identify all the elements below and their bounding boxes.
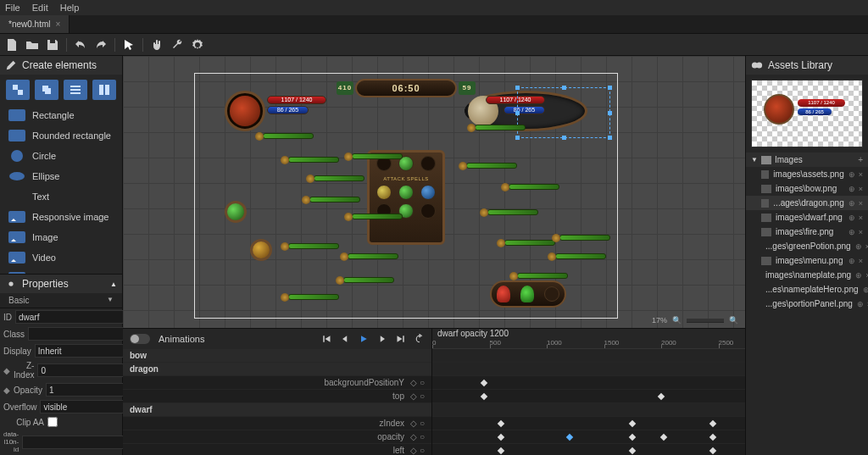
keyframe[interactable] [566, 434, 573, 441]
properties-header[interactable]: Properties ▲ [0, 275, 122, 293]
track-left[interactable]: left◇ ○ [123, 444, 431, 455]
element-text[interactable]: Text [0, 186, 122, 207]
prev-frame-icon[interactable] [340, 334, 350, 344]
delete-icon[interactable]: × [859, 170, 863, 179]
locate-icon[interactable]: ⊕ [857, 300, 864, 308]
delete-icon[interactable]: × [859, 228, 863, 236]
timeline-graph[interactable]: dwarf opacity 1200 050010001500200025003… [432, 329, 745, 455]
first-frame-icon[interactable] [321, 334, 331, 344]
prop-clip-checkbox[interactable] [47, 417, 58, 427]
mode-list[interactable] [64, 80, 87, 100]
locate-icon[interactable]: ⊕ [863, 286, 868, 294]
canvas[interactable]: 1107 / 1240 86 / 265 1107 / 1240 86 / 26… [123, 56, 745, 328]
asset-group-images[interactable]: ▼ Images + [746, 153, 868, 167]
timeline-ruler[interactable]: 050010001500200025003000350040004500 [432, 339, 745, 349]
keyframe[interactable] [498, 434, 504, 441]
keyframe[interactable] [481, 380, 487, 386]
keyframe[interactable] [709, 447, 716, 454]
locate-icon[interactable]: ⊕ [849, 185, 855, 193]
keyframe[interactable] [629, 447, 636, 454]
gear-icon[interactable] [191, 38, 204, 52]
track-dwarf[interactable]: dwarf [123, 403, 431, 417]
timeline-panel: Animations bowdragonbackgroundPositionY◇… [123, 328, 745, 455]
element-circle[interactable]: Circle [0, 146, 122, 166]
keyframe[interactable] [709, 420, 716, 427]
asset-item[interactable]: images\menu.png⊕× [746, 253, 868, 268]
mode-shape[interactable] [6, 80, 30, 100]
close-icon[interactable]: × [55, 19, 60, 29]
element-button[interactable]: BButton [0, 268, 122, 274]
track-zIndex[interactable]: zIndex◇ ○ [123, 417, 431, 430]
delete-icon[interactable]: × [859, 199, 863, 208]
document-tab[interactable]: *new0.html × [0, 15, 70, 33]
zoom-slider[interactable] [687, 319, 724, 323]
locate-icon[interactable]: ⊕ [849, 228, 855, 236]
menu-edit[interactable]: Edit [32, 3, 48, 13]
element-video[interactable]: Video [0, 247, 122, 268]
asset-item[interactable]: ...ges\greenPotion.png⊕× [746, 239, 868, 253]
element-responsive-image[interactable]: Responsive image [0, 207, 122, 227]
zoom-in-icon[interactable]: 🔍 [729, 316, 738, 325]
asset-item[interactable]: images\bow.png⊕× [746, 181, 868, 196]
keyframe[interactable] [629, 434, 636, 441]
locate-icon[interactable]: ⊕ [849, 257, 855, 265]
asset-item[interactable]: images\fire.png⊕× [746, 225, 868, 239]
menu-help[interactable]: Help [60, 3, 80, 13]
zoom-out-icon[interactable]: 🔍 [672, 316, 682, 325]
keyframe[interactable] [498, 447, 504, 454]
keyframe[interactable] [481, 393, 487, 400]
last-frame-icon[interactable] [396, 334, 406, 344]
open-file-icon[interactable] [25, 38, 39, 52]
locate-icon[interactable]: ⊕ [849, 214, 855, 222]
selection-box[interactable] [517, 87, 610, 138]
delete-icon[interactable]: × [859, 214, 863, 222]
track-backgroundPositionY[interactable]: backgroundPositionY◇ ○ [123, 376, 431, 390]
track-dragon[interactable]: dragon [123, 363, 431, 376]
track-bow[interactable]: bow [123, 349, 431, 363]
redo-icon[interactable] [94, 38, 108, 52]
delete-icon[interactable]: × [859, 185, 863, 193]
keyframe[interactable] [658, 393, 665, 400]
add-asset-icon[interactable]: + [858, 155, 863, 164]
keyframe[interactable] [629, 420, 636, 427]
element-rounded-rectangle[interactable]: Rounded rectangle [0, 125, 122, 146]
hand-icon[interactable] [150, 38, 164, 52]
element-ellipse[interactable]: Ellipse [0, 166, 122, 186]
animations-toggle[interactable] [130, 334, 150, 344]
create-elements-header[interactable]: Create elements [0, 56, 122, 75]
delete-icon[interactable]: × [859, 257, 863, 265]
mode-grid[interactable] [92, 80, 116, 100]
keyframe[interactable] [709, 434, 716, 441]
track-top[interactable]: top◇ ○ [123, 390, 431, 403]
keyframe[interactable] [498, 420, 504, 427]
menu-file[interactable]: File [5, 3, 20, 13]
locate-icon[interactable]: ⊕ [849, 199, 855, 208]
keyframe[interactable] [659, 434, 666, 441]
delete-icon[interactable]: × [865, 242, 868, 251]
asset-item[interactable]: ...ages\dragon.png⊕× [746, 196, 868, 210]
prop-data-input[interactable] [22, 436, 136, 449]
locate-icon[interactable]: ⊕ [849, 170, 855, 179]
prop-id-input[interactable] [15, 310, 130, 324]
undo-icon[interactable] [74, 38, 87, 52]
properties-section[interactable]: Basic▼ [0, 293, 122, 308]
asset-item[interactable]: ...es\nameplateHero.png⊕× [746, 282, 868, 297]
pointer-icon[interactable] [122, 38, 136, 52]
loop-icon[interactable] [415, 334, 425, 344]
new-file-icon[interactable] [5, 38, 19, 52]
asset-item[interactable]: images\assets.png⊕× [746, 167, 868, 181]
asset-item[interactable]: ...ges\portionPanel.png⊕× [746, 297, 868, 311]
asset-item[interactable]: images\dwarf.png⊕× [746, 210, 868, 225]
wrench-icon[interactable] [170, 38, 184, 52]
track-opacity[interactable]: opacity◇ ○ [123, 430, 431, 444]
element-rectangle[interactable]: Rectangle [0, 105, 122, 125]
mode-layer[interactable] [35, 80, 58, 100]
locate-icon[interactable]: ⊕ [855, 242, 862, 251]
next-frame-icon[interactable] [377, 334, 387, 344]
save-icon[interactable] [46, 38, 59, 52]
asset-item[interactable]: images\nameplate.png⊕× [746, 268, 868, 282]
assets-header[interactable]: Assets Library [746, 56, 868, 75]
element-image[interactable]: Image [0, 227, 122, 247]
locate-icon[interactable]: ⊕ [855, 271, 862, 280]
play-icon[interactable] [359, 334, 369, 344]
